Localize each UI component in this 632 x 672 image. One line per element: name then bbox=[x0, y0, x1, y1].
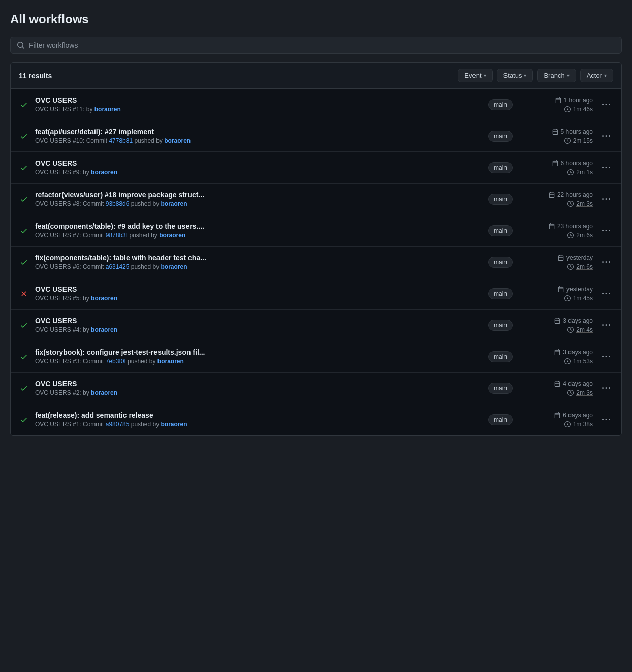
duration-text: 1m 46s bbox=[573, 106, 593, 113]
status-filter[interactable]: Status ▾ bbox=[497, 69, 533, 82]
success-icon bbox=[19, 383, 29, 393]
user-link: boraoren bbox=[91, 169, 117, 176]
workflow-item[interactable]: fix(components/table): table with header… bbox=[11, 247, 621, 278]
workflow-time: 3 days ago bbox=[554, 349, 593, 356]
duration-text: 1m 38s bbox=[573, 421, 593, 428]
workflow-item[interactable]: OVC USERSOVC USERS #2: by boraorenmain4 … bbox=[11, 373, 621, 404]
duration-text: 2m 15s bbox=[573, 137, 593, 144]
results-count: 11 results bbox=[19, 72, 458, 80]
workflow-title: OVC USERS bbox=[35, 159, 474, 167]
workflow-info: feat(api/user/detail): #27 implementOVC … bbox=[35, 128, 474, 144]
workflow-time: 4 days ago bbox=[554, 380, 593, 387]
workflow-item[interactable]: OVC USERSOVC USERS #9: by boraorenmain6 … bbox=[11, 152, 621, 184]
user-link: boraoren bbox=[94, 106, 121, 113]
workflow-duration: 2m 6s bbox=[567, 232, 593, 239]
workflow-item[interactable]: refactor(views/user) #18 improve package… bbox=[11, 184, 621, 215]
workflow-info: OVC USERSOVC USERS #5: by boraoren bbox=[35, 285, 474, 302]
workflow-info: OVC USERSOVC USERS #2: by boraoren bbox=[35, 380, 474, 396]
success-icon bbox=[19, 415, 29, 425]
branch-badge: main bbox=[488, 414, 513, 425]
more-options-button[interactable] bbox=[599, 256, 613, 268]
workflow-title: fix(components/table): table with header… bbox=[35, 254, 474, 262]
workflow-duration: 2m 6s bbox=[567, 263, 593, 270]
calendar-icon bbox=[552, 160, 558, 166]
workflow-duration: 1m 53s bbox=[564, 358, 593, 365]
more-options-button[interactable] bbox=[599, 162, 613, 174]
success-icon bbox=[19, 226, 29, 236]
time-text: 1 hour ago bbox=[564, 97, 593, 104]
success-icon bbox=[19, 100, 29, 110]
workflow-info: feat(release): add semantic releaseOVC U… bbox=[35, 411, 474, 428]
actor-chevron-icon: ▾ bbox=[604, 73, 607, 78]
more-options-button[interactable] bbox=[599, 99, 613, 111]
workflow-meta: yesterday1m 45s bbox=[527, 286, 593, 302]
user-link: boraoren bbox=[161, 263, 187, 270]
workflow-info: OVC USERSOVC USERS #9: by boraoren bbox=[35, 159, 474, 176]
success-icon bbox=[19, 194, 29, 204]
commit-hash-link[interactable]: 93b88d6 bbox=[106, 200, 130, 207]
duration-text: 2m 1s bbox=[576, 169, 593, 176]
workflow-duration: 2m 15s bbox=[564, 137, 593, 144]
clock-icon bbox=[564, 106, 571, 112]
workflow-item[interactable]: feat(release): add semantic releaseOVC U… bbox=[11, 404, 621, 435]
workflow-item[interactable]: fix(storybook): configure jest-test-resu… bbox=[11, 341, 621, 373]
failure-icon bbox=[19, 289, 29, 299]
clock-icon bbox=[564, 358, 571, 364]
commit-hash-link[interactable]: 4778b81 bbox=[109, 137, 133, 144]
workflow-item[interactable]: feat(api/user/detail): #27 implementOVC … bbox=[11, 120, 621, 152]
event-filter-label: Event bbox=[464, 72, 481, 79]
header-actions: Event ▾ Status ▾ Branch ▾ Actor ▾ bbox=[458, 69, 613, 82]
more-options-button[interactable] bbox=[599, 319, 613, 331]
more-options-button[interactable] bbox=[599, 414, 613, 426]
duration-text: 2m 4s bbox=[576, 326, 593, 333]
branch-badge: main bbox=[488, 288, 513, 299]
clock-icon bbox=[567, 232, 574, 238]
duration-text: 2m 6s bbox=[576, 232, 593, 239]
branch-filter[interactable]: Branch ▾ bbox=[537, 69, 576, 82]
workflow-meta: 5 hours ago2m 15s bbox=[527, 128, 593, 144]
user-link: boraoren bbox=[91, 389, 117, 396]
commit-hash-link[interactable]: a631425 bbox=[106, 263, 130, 270]
branch-filter-label: Branch bbox=[544, 72, 564, 79]
success-icon bbox=[19, 352, 29, 362]
workflow-time: 1 hour ago bbox=[555, 97, 593, 104]
commit-hash-link[interactable]: 7eb3f0f bbox=[106, 358, 126, 365]
workflow-item[interactable]: feat(components/table): #9 add key to th… bbox=[11, 215, 621, 247]
more-options-button[interactable] bbox=[599, 351, 613, 363]
workflow-item[interactable]: OVC USERSOVC USERS #11: by boraorenmain1… bbox=[11, 89, 621, 120]
event-filter[interactable]: Event ▾ bbox=[458, 69, 492, 82]
filter-input[interactable] bbox=[29, 41, 615, 49]
page-container: All workflows 11 results Event ▾ Status … bbox=[0, 0, 632, 448]
workflow-info: feat(components/table): #9 add key to th… bbox=[35, 222, 474, 239]
time-text: 23 hours ago bbox=[557, 223, 593, 230]
workflow-meta: 6 days ago1m 38s bbox=[527, 412, 593, 428]
workflows-list: OVC USERSOVC USERS #11: by boraorenmain1… bbox=[11, 89, 621, 435]
calendar-icon bbox=[549, 192, 555, 198]
workflow-time: 5 hours ago bbox=[552, 128, 593, 135]
calendar-icon bbox=[554, 318, 560, 324]
user-link: boraoren bbox=[91, 295, 117, 302]
clock-icon bbox=[567, 169, 574, 175]
commit-hash-link[interactable]: 9878b3f bbox=[106, 232, 128, 239]
more-options-button[interactable] bbox=[599, 193, 613, 205]
workflow-item[interactable]: OVC USERSOVC USERS #4: by boraorenmain3 … bbox=[11, 310, 621, 341]
workflows-table: 11 results Event ▾ Status ▾ Branch ▾ Act… bbox=[10, 62, 622, 436]
branch-chevron-icon: ▾ bbox=[567, 73, 570, 78]
workflow-duration: 1m 38s bbox=[564, 421, 593, 428]
actor-filter[interactable]: Actor ▾ bbox=[580, 69, 613, 82]
more-options-button[interactable] bbox=[599, 225, 613, 237]
clock-icon bbox=[564, 295, 571, 301]
workflow-title: refactor(views/user) #18 improve package… bbox=[35, 191, 474, 199]
workflow-subtitle: OVC USERS #9: by boraoren bbox=[35, 169, 474, 176]
commit-hash-link[interactable]: a980785 bbox=[106, 421, 130, 428]
calendar-icon bbox=[558, 255, 564, 261]
workflow-subtitle: OVC USERS #3: Commit 7eb3f0f pushed by b… bbox=[35, 358, 474, 365]
workflow-info: OVC USERSOVC USERS #4: by boraoren bbox=[35, 317, 474, 333]
more-options-button[interactable] bbox=[599, 382, 613, 394]
workflow-item[interactable]: OVC USERSOVC USERS #5: by boraorenmainye… bbox=[11, 278, 621, 310]
calendar-icon bbox=[549, 223, 555, 229]
more-options-button[interactable] bbox=[599, 288, 613, 300]
workflow-subtitle: OVC USERS #6: Commit a631425 pushed by b… bbox=[35, 263, 474, 270]
branch-badge: main bbox=[488, 194, 513, 205]
more-options-button[interactable] bbox=[599, 130, 613, 142]
